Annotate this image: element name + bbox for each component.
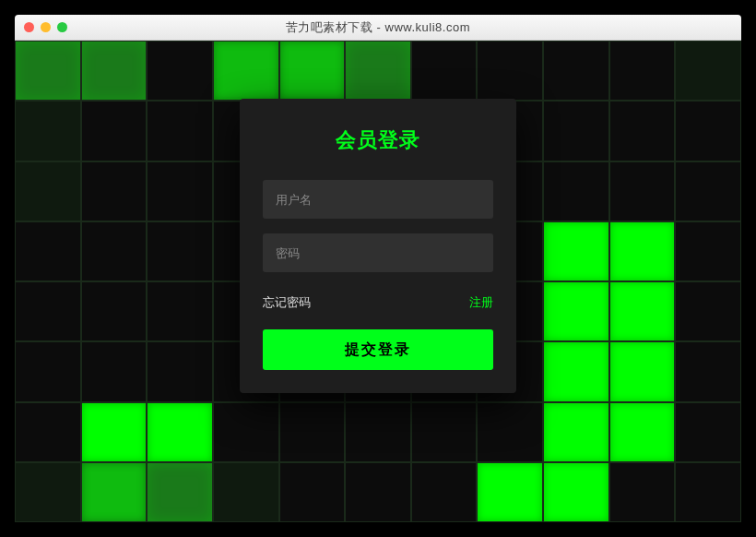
grid-cell xyxy=(609,341,676,401)
grid-cell xyxy=(543,402,609,462)
grid-cell xyxy=(147,462,213,522)
grid-cell xyxy=(675,281,741,341)
grid-cell xyxy=(15,341,81,401)
grid-cell xyxy=(15,462,81,522)
grid-cell xyxy=(675,402,741,462)
login-card: 会员登录 忘记密码 注册 提交登录 xyxy=(240,99,516,393)
grid-cell xyxy=(81,341,148,401)
grid-cell xyxy=(477,402,543,462)
grid-cell xyxy=(609,402,676,462)
grid-cell xyxy=(675,41,741,101)
grid-cell xyxy=(15,221,81,281)
grid-cell xyxy=(147,402,213,462)
grid-cell xyxy=(147,281,213,341)
grid-cell xyxy=(543,341,609,401)
grid-cell xyxy=(15,281,81,341)
grid-cell xyxy=(543,281,609,341)
grid-cell xyxy=(147,41,213,101)
grid-cell xyxy=(543,462,609,522)
forgot-password-link[interactable]: 忘记密码 xyxy=(263,294,311,311)
grid-cell xyxy=(81,41,148,101)
grid-cell xyxy=(345,402,411,462)
grid-cell xyxy=(15,161,81,221)
window-controls xyxy=(24,22,67,32)
grid-cell xyxy=(675,101,741,161)
grid-cell xyxy=(147,341,213,401)
grid-cell xyxy=(279,41,346,101)
grid-cell xyxy=(81,462,148,522)
browser-window: 苦力吧素材下载 - www.kuli8.com 会员登录 忘记密码 注册 提交登… xyxy=(15,15,741,522)
grid-cell xyxy=(675,341,741,401)
grid-cell xyxy=(609,41,676,101)
grid-cell xyxy=(411,462,478,522)
username-input[interactable] xyxy=(263,180,493,219)
grid-cell xyxy=(609,161,676,221)
window-title: 苦力吧素材下载 - www.kuli8.com xyxy=(15,19,741,36)
grid-cell xyxy=(609,101,676,161)
title-bar: 苦力吧素材下载 - www.kuli8.com xyxy=(15,15,741,41)
grid-cell xyxy=(609,281,676,341)
grid-cell xyxy=(543,41,609,101)
grid-cell xyxy=(213,402,279,462)
viewport: 会员登录 忘记密码 注册 提交登录 xyxy=(15,41,741,522)
grid-cell xyxy=(609,462,676,522)
grid-cell xyxy=(609,221,676,281)
grid-cell xyxy=(411,41,478,101)
grid-cell xyxy=(675,462,741,522)
grid-cell xyxy=(279,462,346,522)
grid-cell xyxy=(81,402,148,462)
grid-cell xyxy=(543,161,609,221)
grid-cell xyxy=(411,402,478,462)
login-title: 会员登录 xyxy=(263,126,493,154)
grid-cell xyxy=(345,41,411,101)
grid-cell xyxy=(675,161,741,221)
grid-cell xyxy=(15,101,81,161)
grid-cell xyxy=(15,402,81,462)
minimize-icon[interactable] xyxy=(41,22,51,32)
grid-cell xyxy=(81,281,148,341)
grid-cell xyxy=(477,462,543,522)
grid-cell xyxy=(675,221,741,281)
grid-cell xyxy=(543,101,609,161)
grid-cell xyxy=(15,41,81,101)
submit-button[interactable]: 提交登录 xyxy=(263,329,493,370)
grid-cell xyxy=(81,101,148,161)
maximize-icon[interactable] xyxy=(57,22,67,32)
grid-cell xyxy=(213,41,279,101)
grid-cell xyxy=(147,221,213,281)
grid-cell xyxy=(477,41,543,101)
grid-cell xyxy=(147,161,213,221)
grid-cell xyxy=(543,221,609,281)
links-row: 忘记密码 注册 xyxy=(263,294,493,311)
register-link[interactable]: 注册 xyxy=(469,294,493,311)
grid-cell xyxy=(81,161,148,221)
grid-cell xyxy=(345,462,411,522)
close-icon[interactable] xyxy=(24,22,34,32)
grid-cell xyxy=(213,462,279,522)
grid-cell xyxy=(279,402,346,462)
grid-cell xyxy=(81,221,148,281)
password-input[interactable] xyxy=(263,233,493,272)
grid-cell xyxy=(147,101,213,161)
